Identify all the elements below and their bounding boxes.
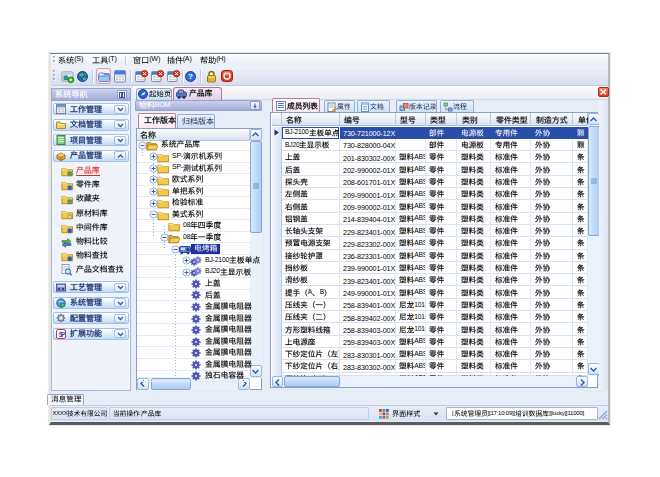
svg-text:?: ? [188, 72, 193, 81]
svg-text:P: P [60, 329, 65, 338]
